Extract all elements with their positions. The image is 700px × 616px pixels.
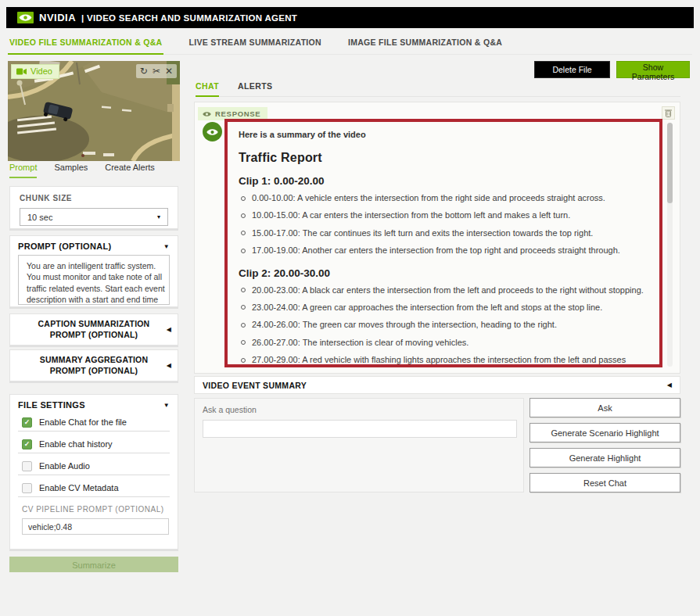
file-settings-card: FILE SETTINGS ▼ ✓ Enable Chat for the fi… xyxy=(9,394,178,550)
cv-pipeline-input[interactable] xyxy=(22,518,169,535)
brand-name: NVIDIA xyxy=(39,12,76,23)
event-item: 23.00-24.00: A green car approaches the … xyxy=(239,302,648,313)
tab-samples[interactable]: Samples xyxy=(54,163,88,178)
checkbox-label: Enable chat history xyxy=(39,439,113,449)
event-item: 20.00-23.00: A black car enters the inte… xyxy=(239,285,648,296)
checkbox-enable-chat-history[interactable]: ✓ Enable chat history xyxy=(18,435,170,453)
video-preview[interactable]: Video ↻ ✂ ✕ xyxy=(8,61,180,161)
event-item: 15.00-17.00: The car continues its left … xyxy=(239,227,648,239)
prompt-label: PROMPT (OPTIONAL) xyxy=(18,242,111,251)
highlighted-response: Here is a summary of the video Traffic R… xyxy=(224,119,662,367)
generate-highlight-button[interactable]: Generate Highlight xyxy=(529,448,680,467)
chat-alert-tabs: CHAT ALERTS xyxy=(196,81,680,97)
response-badge-label: RESPONSE xyxy=(215,109,260,118)
collapse-icon[interactable]: ▼ xyxy=(163,243,170,250)
caption-summarization-label: CAPTION SUMMARIZATION PROMPT (OPTIONAL) xyxy=(26,319,162,340)
checkbox-box[interactable]: ✓ xyxy=(22,461,32,471)
summarize-button[interactable]: Summarize xyxy=(9,557,178,572)
tab-chat[interactable]: CHAT xyxy=(196,81,219,97)
delete-file-button[interactable]: Delete File xyxy=(534,61,610,78)
check-icon: ✓ xyxy=(24,418,31,426)
summary-aggregation-card[interactable]: SUMMARY AGGREGATION PROMPT (OPTIONAL) ◀ xyxy=(9,349,178,381)
checkbox-label: Enable Chat for the file xyxy=(39,417,127,427)
chat-scrollbar[interactable] xyxy=(667,123,673,367)
chevron-left-icon[interactable]: ◀ xyxy=(667,381,672,389)
file-settings-label: FILE SETTINGS xyxy=(18,400,85,410)
sidebar-tabs: Prompt Samples Create Alerts xyxy=(9,163,180,178)
crop-icon[interactable]: ✂ xyxy=(153,66,160,77)
prompt-textarea[interactable]: You are an intelligent traffic system. Y… xyxy=(18,255,170,305)
assistant-avatar xyxy=(203,122,222,141)
chunk-size-label: CHUNK SIZE xyxy=(20,194,168,202)
event-item: 10.00-15.00: A car enters the intersecti… xyxy=(239,210,648,221)
refresh-icon[interactable]: ↻ xyxy=(140,66,148,77)
tab-video-file-summarization[interactable]: VIDEO FILE SUMMARIZATION & Q&A xyxy=(8,34,163,55)
event-item: 0.00-10.00: A vehicle enters the interse… xyxy=(239,192,648,204)
check-icon: ✓ xyxy=(24,440,31,448)
chevron-left-icon[interactable]: ◀ xyxy=(167,362,171,369)
chunk-size-select[interactable]: 10 sec ▾ xyxy=(20,208,168,226)
clip-heading: Clip 1: 0.00-20.00 xyxy=(239,175,648,187)
ask-question-label: Ask a question xyxy=(203,405,515,414)
page-title: | VIDEO SEARCH AND SUMMARIZATION AGENT xyxy=(81,13,297,23)
reset-chat-button[interactable]: Reset Chat xyxy=(529,473,680,492)
checkbox-box[interactable]: ✓ xyxy=(22,417,32,428)
chunk-size-value: 10 sec xyxy=(27,213,52,222)
video-badge: Video xyxy=(11,64,59,79)
cv-pipeline-label: CV PIPELINE PROMPT (OPTIONAL) xyxy=(22,505,170,514)
chat-intro: Here is a summary of the video xyxy=(239,130,648,139)
caption-summarization-card[interactable]: CAPTION SUMMARIZATION PROMPT (OPTIONAL) … xyxy=(9,313,178,346)
tab-create-alerts[interactable]: Create Alerts xyxy=(105,163,155,178)
checkbox-box[interactable]: ✓ xyxy=(22,439,32,449)
tab-prompt[interactable]: Prompt xyxy=(9,163,37,178)
nvidia-logo-icon xyxy=(17,12,34,23)
scrollbar-thumb[interactable] xyxy=(667,123,673,203)
checkbox-enable-audio[interactable]: ✓ Enable Audio xyxy=(18,457,170,475)
chunk-size-card: CHUNK SIZE 10 sec ▾ xyxy=(9,186,178,229)
trash-icon xyxy=(665,109,672,117)
video-event-summary-label: VIDEO EVENT SUMMARY xyxy=(203,381,307,390)
clip-events: 20.00-23.00: A black car enters the inte… xyxy=(239,285,648,367)
tab-live-stream-summarization[interactable]: LIVE STREAM SUMMARIZATION xyxy=(187,34,322,54)
event-item: 27.00-29.00: A red vehicle with flashing… xyxy=(239,354,648,367)
app-header: NVIDIA | VIDEO SEARCH AND SUMMARIZATION … xyxy=(6,7,694,28)
checkbox-box[interactable]: ✓ xyxy=(22,483,32,493)
report-title: Traffic Report xyxy=(239,151,648,165)
tab-alerts[interactable]: ALERTS xyxy=(238,81,272,96)
video-icon xyxy=(16,68,27,75)
clip-heading: Clip 2: 20.00-30.00 xyxy=(239,267,648,279)
clip-events: 0.00-10.00: A vehicle enters the interse… xyxy=(239,192,648,257)
close-icon[interactable]: ✕ xyxy=(165,66,173,77)
prompt-card: PROMPT (OPTIONAL) ▼ You are an intellige… xyxy=(9,235,178,307)
summary-aggregation-label: SUMMARY AGGREGATION PROMPT (OPTIONAL) xyxy=(26,355,162,376)
show-parameters-button[interactable]: Show Parameters xyxy=(616,61,690,78)
thumbnail-toolbar: ↻ ✂ ✕ xyxy=(136,64,177,78)
chevron-left-icon[interactable]: ◀ xyxy=(167,326,171,333)
event-item: 17.00-19.00: Another car enters the inte… xyxy=(239,245,648,256)
collapse-icon[interactable]: ▼ xyxy=(163,402,170,409)
delete-response-button[interactable] xyxy=(662,106,675,120)
video-event-summary-bar[interactable]: VIDEO EVENT SUMMARY ◀ xyxy=(194,376,680,394)
checkbox-enable-chat-file[interactable]: ✓ Enable Chat for the file xyxy=(18,414,170,432)
event-item: 26.00-27.00: The intersection is clear o… xyxy=(239,337,648,349)
checkbox-label: Enable CV Metadata xyxy=(39,483,119,492)
chevron-down-icon: ▾ xyxy=(157,213,160,220)
video-badge-label: Video xyxy=(31,66,52,76)
eye-icon xyxy=(203,111,211,117)
primary-nav: VIDEO FILE SUMMARIZATION & Q&A LIVE STRE… xyxy=(8,34,692,55)
generate-scenario-highlight-button[interactable]: Generate Scenario Highlight xyxy=(529,423,680,442)
question-input[interactable] xyxy=(203,420,517,438)
checkbox-enable-cv-metadata[interactable]: ✓ Enable CV Metadata xyxy=(18,479,170,497)
event-item: 24.00-26.00: The green car moves through… xyxy=(239,319,648,331)
tab-image-file-summarization[interactable]: IMAGE FILE SUMMARIZATION & Q&A xyxy=(346,34,504,54)
checkbox-label: Enable Audio xyxy=(39,461,90,471)
chat-panel: RESPONSE Here is a summary of the video … xyxy=(194,102,680,374)
ask-button[interactable]: Ask xyxy=(529,398,680,417)
ask-panel: Ask a question xyxy=(194,398,524,492)
nvidia-eye-icon xyxy=(206,128,218,136)
